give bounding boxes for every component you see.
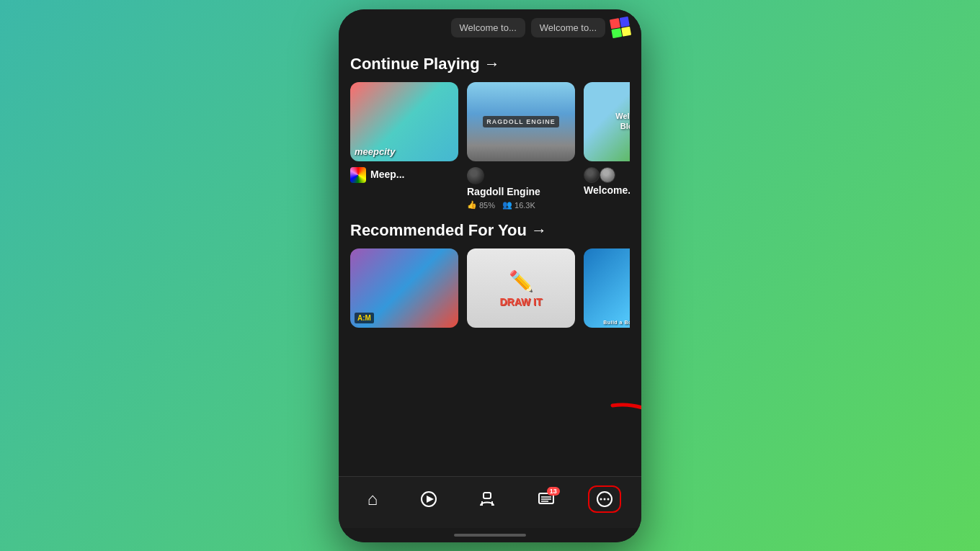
home-bar [454,534,526,537]
nav-item-avatar[interactable] [471,485,504,513]
bloxburg-name: Welcome... [584,184,630,197]
ragdoll-players: 16.3K [514,201,535,210]
buildboat-thumbnail: B Build a Boat for Treasure [584,248,630,328]
chat-badge: 13 [547,487,560,496]
play-icon [421,491,437,507]
continue-playing-title: Continue Playing [350,55,480,73]
bloxburg-avatar-2 [600,167,615,183]
ragdoll-creator-avatar [467,167,484,184]
bloxburg-thumb-text: Welcome toBloxburg [615,112,630,130]
nav-item-chat[interactable]: 13 [530,485,563,513]
ragdoll-stats: 👍 85% 👥 16.3K [467,200,575,210]
continue-playing-arrow[interactable]: → [484,55,500,73]
ragdoll-like-icon: 👍 85% [467,200,495,210]
bloxburg-info: Welcome... [584,167,630,197]
am-thumbnail: A:M [350,248,458,328]
game-card-am[interactable]: A:M [350,248,458,328]
game-card-buildboat[interactable]: B Build a Boat for Treasure [584,248,630,328]
boat-label-text: Build a Boat for Treasure [584,320,630,325]
ragdoll-label: RAGDOLL ENGINE [483,116,558,127]
avatar-icon [479,491,495,507]
more-icon [597,491,612,507]
svg-point-10 [600,498,602,501]
ragdoll-like-pct: 85% [479,201,495,210]
continue-playing-games-row: Meep... RAGDOLL ENGINE Ragdoll Engine [350,82,630,210]
drawit-thumbnail: ✏️ DRAW IT [467,248,575,328]
svg-point-12 [607,498,610,501]
header-tab-1[interactable]: Welcome to... [451,18,525,37]
home-icon: ⌂ [368,489,378,509]
meepcity-thumbnail [350,82,458,161]
svg-marker-1 [427,496,434,503]
thumbs-up-icon: 👍 [467,200,477,210]
meepcity-creator-avatar [350,167,366,183]
bloxburg-thumbnail: Welcome toBloxburg [584,82,630,161]
game-card-drawit[interactable]: ✏️ DRAW IT [467,248,575,328]
header: Welcome to... Welcome to... [339,9,641,43]
continue-playing-header: Continue Playing → [350,55,630,73]
tab2-label: Welcome to... [540,22,597,33]
svg-point-11 [604,498,606,501]
svg-rect-2 [484,493,491,498]
pencil-icon: ✏️ [509,269,534,293]
meepcity-name: Meep... [370,169,404,181]
am-label: A:M [355,313,374,323]
nav-item-discover[interactable] [412,485,445,513]
phone-container: Welcome to... Welcome to... Continue Pla… [339,9,641,542]
recommended-games-row: A:M ✏️ DRAW IT B Build a Boat for Treasu… [350,248,630,328]
game-card-ragdoll[interactable]: RAGDOLL ENGINE Ragdoll Engine 👍 85% [467,82,575,210]
meepcity-info: Meep... [350,167,458,183]
bloxburg-creator-row [584,167,630,183]
ragdoll-info: Ragdoll Engine 👍 85% 👥 16.3K [467,167,575,210]
ragdoll-creator-row [467,167,575,184]
meepcity-creator-row: Meep... [350,167,458,183]
ragdoll-players-stat: 👥 16.3K [502,200,535,210]
recommended-header: Recommended For You → [350,221,630,240]
tab1-label: Welcome to... [460,22,517,33]
recommended-section: Recommended For You → A:M ✏️ DRAW IT [339,221,641,328]
home-indicator [339,528,641,542]
recommended-title: Recommended For You [350,221,527,240]
game-card-meepcity[interactable]: Meep... [350,82,458,210]
continue-playing-section: Continue Playing → Meep... [339,55,641,210]
ragdoll-name: Ragdoll Engine [467,186,575,198]
main-content: Continue Playing → Meep... [339,43,641,476]
game-card-bloxburg[interactable]: Welcome toBloxburg Welcome... [584,82,630,210]
roblox-logo-icon [610,17,631,38]
ragdoll-thumbnail: RAGDOLL ENGINE [467,82,575,161]
drawit-text: DRAW IT [499,296,542,308]
nav-item-home[interactable]: ⌂ [359,483,387,515]
header-tab-2[interactable]: Welcome to... [531,18,605,37]
bloxburg-avatar-1 [584,167,600,183]
recommended-arrow[interactable]: → [531,221,547,240]
bottom-nav: ⌂ [339,476,641,528]
people-icon: 👥 [502,200,512,210]
nav-item-more[interactable] [588,485,621,513]
